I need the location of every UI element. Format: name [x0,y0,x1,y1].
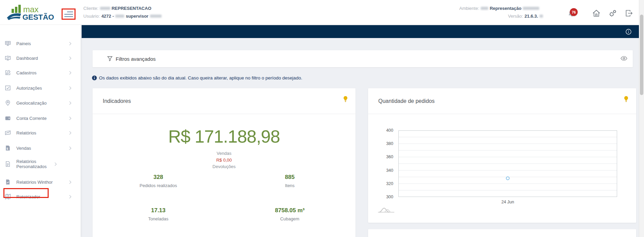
y-tick-label: 360 [386,154,393,159]
custom-reports-icon [5,161,11,167]
area-chart-toggle-icon[interactable] [378,206,395,213]
metric-itens: 885 Itens [224,174,356,188]
lightbulb-icon[interactable] [343,96,348,103]
sidebar-item-cadastros[interactable]: Cadastros [5,69,76,77]
y-tick-label: 340 [386,168,393,173]
indicators-title: Indicadores [103,98,131,104]
dashboard-icon [5,55,11,61]
sidebar-item-label: Geolocalização [16,101,68,106]
indicators-card: Indicadores R$ 171.188,98 Vendas R$ 0,00… [93,88,356,237]
versao-label: Versão: [508,14,523,19]
sidebar-item-label: Relatórios Winthor [16,180,68,185]
lightbulb-icon[interactable] [624,96,629,103]
settings-gears-icon[interactable] [608,9,617,18]
logo-hand-icon [7,13,21,20]
sidebar-item-autorizacoes[interactable]: Autorizações [5,84,76,92]
logo-bars-icon [12,5,21,13]
sales-label: Vendas [93,151,356,156]
ambiente-label: Ambiente: [459,6,479,11]
info-icon[interactable] [626,29,631,35]
chevron-right-icon [68,146,71,150]
client-value: REPRESENTACAO [112,6,151,11]
advanced-filters-bar[interactable]: Filtros avançados [93,50,633,67]
info-message: Os dados exibidos abaixo são do dia atua… [92,74,302,81]
menu-toggle-button[interactable] [62,8,76,20]
sidebar-item-label: Autorizações [16,86,68,91]
y-tick-label: 300 [386,195,393,199]
sales-total-value: R$ 171.188,98 [93,126,356,147]
chart-y-axis-labels: 300320340360380400 [375,130,396,197]
chevron-right-icon [68,42,71,45]
eye-icon[interactable] [621,56,627,61]
sidebar-item-vendas[interactable]: $ Vendas [5,144,76,152]
metric-label: Itens [224,183,356,188]
filter-funnel-icon [107,56,113,61]
sidebar-item-geolocalizacao[interactable]: Geolocalização [5,99,76,107]
data-point [506,177,509,180]
app-logo: max GESTÃO [5,2,59,22]
chevron-right-icon [68,195,71,198]
card-header: Indicadores [93,88,356,114]
sidebar-item-conta-corrente[interactable]: Conta Corrente [5,114,76,122]
metric-value: 17.13 [93,207,224,214]
sidebar-item-label: Paineis [16,41,68,46]
metric-toneladas: 17.13 Toneladas [93,207,224,221]
chart-x-axis-label: 24 Jun [398,200,617,204]
user-code: 4272 - [101,14,114,19]
info-filled-icon [92,75,97,80]
svg-text:$: $ [6,147,8,150]
chevron-right-icon [68,131,71,134]
redacted-text [150,15,162,18]
sidebar-item-roteirizador[interactable]: Roteirizador [5,193,76,201]
authorizations-icon [5,85,11,91]
sidebar-item-label: Vendas [16,146,68,151]
chart-plot-area[interactable] [398,130,617,197]
redacted-text [100,7,110,10]
sidebar-item-label: Roteirizador [16,194,68,199]
sidebar-item-label: Conta Corrente [16,116,68,121]
metrics-grid: 328 Pedidos realizados 885 Itens 17.13 T… [93,174,356,237]
orders-quantity-card: Quantidade de pedidos 300320340360380400… [368,88,636,223]
metric-label: Pedidos realizados [93,183,224,188]
sidebar-item-relatorios-personalizados[interactable]: Relatórios Personalizados [5,156,76,172]
notification-badge[interactable]: 76 [570,8,578,16]
sidebar-item-dashboard[interactable]: Dashboard [5,54,76,62]
main-content: Filtros avançados Os dados exibidos abai… [81,25,639,237]
sidebar-item-label: Relatórios [16,130,68,135]
sidebar-item-label: Cadastros [16,70,68,75]
wallet-icon [5,115,11,121]
content-top-bar [82,25,639,38]
redacted-text [481,7,488,10]
route-map-icon [5,194,11,200]
winthor-reports-icon [5,179,11,185]
page-scrollbar[interactable] [639,0,644,237]
svg-text:GESTÃO: GESTÃO [22,13,54,21]
metric-value: 885 [224,174,356,181]
metric-value: 328 [93,174,224,181]
logout-icon[interactable] [625,9,633,18]
sidebar-item-relatorios-winthor[interactable]: Relatórios Winthor [5,178,76,186]
reports-icon [5,130,11,136]
next-card-partial [368,229,636,237]
sales-icon: $ [5,145,11,151]
chevron-right-icon [68,56,71,60]
redacted-text [540,15,543,18]
home-icon[interactable] [592,9,601,18]
user-label: Usuário: [83,14,100,19]
returns-value: R$ 0,00 [93,158,356,163]
versao-value: 21.6.3. [525,14,538,19]
register-icon [5,70,11,76]
card-header: Quantidade de pedidos [368,88,636,114]
metric-label: Cubagem [224,216,356,221]
geolocation-icon [5,100,11,106]
sidebar-item-paineis[interactable]: Paineis [5,39,76,48]
redacted-text [115,15,124,18]
sidebar-item-relatorios[interactable]: Relatórios [5,129,76,137]
sidebar-nav: Paineis Dashboard Cadastros Autorizações [0,25,81,237]
filters-title: Filtros avançados [116,56,156,62]
user-name: supervisor [126,14,148,19]
client-label: Cliente: [83,6,98,11]
y-tick-label: 400 [386,128,393,133]
sidebar-item-label: Relatórios Personalizados [16,159,54,169]
scrollbar-thumb[interactable] [640,15,643,95]
